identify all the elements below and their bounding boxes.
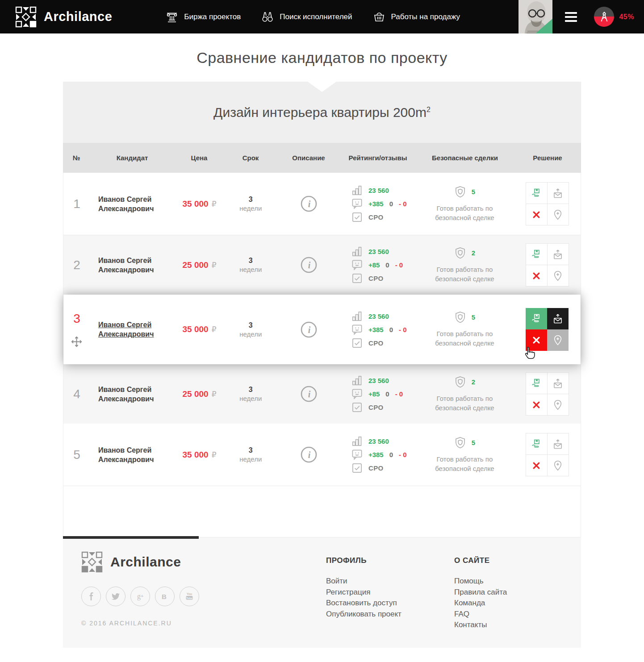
accept-deal-button[interactable] bbox=[526, 373, 547, 394]
bar-chart-icon bbox=[351, 436, 363, 447]
nav-item-project-exchange[interactable]: Биржа проектов bbox=[166, 11, 241, 23]
safe-deals-count: 5 bbox=[472, 313, 475, 321]
send-message-button[interactable] bbox=[548, 433, 569, 454]
term-cell: 3 недели bbox=[224, 446, 277, 463]
candidate-name-link[interactable]: Иванов Сергей Александрович bbox=[98, 256, 167, 275]
footer-link-team[interactable]: Команда bbox=[454, 598, 507, 609]
add-location-button[interactable] bbox=[548, 265, 569, 286]
price-value: 35 000 bbox=[183, 199, 209, 209]
info-icon[interactable]: i bbox=[301, 321, 317, 338]
info-icon[interactable]: i bbox=[301, 446, 317, 463]
reject-button[interactable] bbox=[526, 455, 547, 476]
mail-send-icon bbox=[552, 313, 563, 324]
footer-brand[interactable]: Archilance bbox=[81, 551, 199, 573]
review-bubble-icon bbox=[351, 388, 363, 400]
candidate-name-link[interactable]: Иванов Сергей Александрович bbox=[98, 445, 167, 464]
price-cell: 25 000 ₽ bbox=[175, 260, 224, 270]
candidate-name-link[interactable]: Иванов Сергей Александрович bbox=[98, 385, 167, 404]
row-number-cell: 4 bbox=[63, 387, 90, 401]
ratings-cell: 23 560 +385 0 - 0 СРО bbox=[340, 435, 416, 475]
reject-button[interactable] bbox=[526, 329, 547, 351]
nav-item-works-for-sale[interactable]: Работы на продажу bbox=[373, 11, 460, 23]
term-unit: недели bbox=[239, 395, 262, 402]
hand-box-icon bbox=[531, 378, 542, 389]
accept-deal-button[interactable] bbox=[526, 433, 547, 454]
add-location-button[interactable] bbox=[547, 329, 569, 351]
add-location-button[interactable] bbox=[548, 455, 569, 476]
row-number-cell: 1 bbox=[63, 197, 90, 211]
twitter-icon[interactable] bbox=[106, 587, 125, 606]
positive-reviews: +85 bbox=[368, 261, 380, 269]
bar-chart-icon bbox=[351, 311, 363, 322]
positive-reviews: +385 bbox=[368, 200, 384, 208]
facebook-icon[interactable] bbox=[81, 587, 101, 606]
footer-link-site-rules[interactable]: Правила сайта bbox=[454, 587, 507, 598]
currency-ruble-sign: ₽ bbox=[212, 261, 217, 270]
youtube-icon[interactable]: You Tube bbox=[180, 587, 199, 606]
description-cell: i bbox=[277, 257, 340, 273]
bar-chart-icon bbox=[351, 246, 363, 257]
footer-link-restore-access[interactable]: Востановить доступ bbox=[326, 598, 401, 609]
page-title-section: Сравнение кандидатов по проекту bbox=[0, 33, 644, 82]
move-handle-icon[interactable] bbox=[71, 336, 83, 348]
footer-link-help[interactable]: Помощь bbox=[454, 576, 507, 587]
svg-text:You: You bbox=[187, 592, 192, 595]
term-value: 3 bbox=[249, 386, 253, 394]
nav-item-find-performers[interactable]: Поиск исполнителей bbox=[261, 11, 352, 23]
social-links: g+ B You Tube bbox=[81, 587, 199, 606]
accept-deal-button[interactable] bbox=[526, 244, 547, 265]
send-message-button[interactable] bbox=[548, 183, 569, 204]
footer-link-login[interactable]: Войти bbox=[326, 576, 401, 587]
term-cell: 3 недели bbox=[224, 196, 277, 212]
send-message-button[interactable] bbox=[547, 308, 569, 329]
footer-link-publish-project[interactable]: Опубликовать проект bbox=[326, 609, 401, 620]
term-value: 3 bbox=[249, 446, 253, 454]
safe-deals-count: 2 bbox=[472, 249, 475, 257]
footer-link-contacts[interactable]: Контакты bbox=[454, 620, 507, 631]
negative-reviews: - 0 bbox=[399, 326, 407, 333]
footer-link-faq[interactable]: FAQ bbox=[454, 609, 507, 620]
main-navigation: Биржа проектов Поиск исполнителей Работы… bbox=[166, 11, 460, 23]
safe-deal-text: Готов работать по безопасной сделке bbox=[427, 454, 502, 473]
footer-link-registration[interactable]: Регистрация bbox=[326, 587, 401, 598]
project-banner: Дизайн интерьера квартиры 200m2 bbox=[63, 82, 581, 143]
info-icon[interactable]: i bbox=[301, 196, 317, 212]
page-title: Сравнение кандидатов по проекту bbox=[197, 49, 447, 67]
safe-deals-cell: 5 Готов работать по безопасной сделке bbox=[416, 437, 514, 473]
bar-chart-icon bbox=[351, 375, 363, 386]
reject-button[interactable] bbox=[526, 204, 547, 225]
brand-logo[interactable]: Archilance bbox=[15, 6, 112, 28]
profile-completeness-gauge[interactable]: 45% bbox=[594, 7, 634, 27]
project-title: Дизайн интерьера квартиры 200m2 bbox=[213, 105, 431, 120]
term-cell: 3 недели bbox=[224, 321, 277, 338]
footer-progress-bar bbox=[63, 536, 199, 539]
add-location-button[interactable] bbox=[548, 204, 569, 225]
price-value: 25 000 bbox=[183, 389, 209, 399]
send-message-button[interactable] bbox=[548, 244, 569, 265]
accept-deal-button[interactable] bbox=[526, 308, 547, 329]
term-cell: 3 недели bbox=[224, 257, 277, 273]
candidate-cell: Иванов Сергей Александрович bbox=[90, 445, 175, 464]
vk-icon[interactable]: B bbox=[155, 587, 175, 606]
neutral-reviews: 0 bbox=[385, 261, 389, 269]
reject-button[interactable] bbox=[526, 394, 547, 415]
safe-deal-text: Готов работать по безопасной сделке bbox=[427, 204, 502, 222]
googleplus-icon[interactable]: g+ bbox=[130, 587, 150, 606]
candidate-name-link[interactable]: Иванов Сергей Александрович bbox=[98, 195, 167, 213]
price-cell: 35 000 ₽ bbox=[175, 325, 224, 334]
send-message-button[interactable] bbox=[548, 373, 569, 394]
safe-deal-text: Готов работать по безопасной сделке bbox=[427, 329, 502, 348]
column-header-term: Срок bbox=[224, 154, 277, 162]
accept-deal-button[interactable] bbox=[526, 183, 547, 204]
pin-plus-icon bbox=[552, 460, 563, 471]
info-icon[interactable]: i bbox=[301, 386, 317, 402]
column-header-candidate: Кандидат bbox=[90, 154, 175, 162]
reject-button[interactable] bbox=[526, 265, 547, 286]
add-location-button[interactable] bbox=[548, 394, 569, 415]
candidate-name-link[interactable]: Иванов Сергей Александрович bbox=[98, 320, 167, 339]
svg-text:B: B bbox=[162, 593, 167, 600]
user-avatar[interactable] bbox=[519, 0, 552, 33]
info-icon[interactable]: i bbox=[301, 257, 317, 273]
hamburger-menu-icon[interactable] bbox=[565, 12, 577, 22]
review-bubble-icon bbox=[351, 198, 363, 209]
